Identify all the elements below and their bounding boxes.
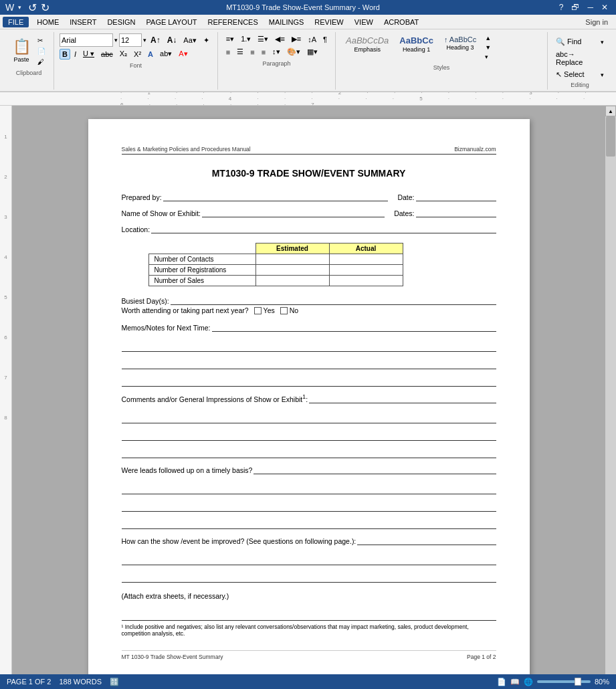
borders-btn[interactable]: ▦▾ [304, 46, 320, 58]
show-name-field[interactable] [202, 208, 385, 217]
view-read-btn[interactable]: 📖 [510, 678, 520, 686]
improve-field-inline[interactable] [357, 536, 496, 545]
font-grow-btn[interactable]: A↑ [148, 34, 163, 46]
acrobat-menu[interactable]: ACROBAT [379, 17, 424, 27]
italic-btn[interactable]: I [72, 49, 79, 60]
comments-line-3[interactable] [122, 445, 496, 458]
memos-line-1[interactable] [122, 338, 496, 352]
leads-line-1[interactable] [122, 481, 496, 494]
shading-btn[interactable]: 🎨▾ [284, 46, 303, 58]
bold-btn[interactable]: B [60, 49, 70, 60]
leads-section: Were leads followed up on a timely basis… [122, 465, 496, 529]
file-menu[interactable]: FILE [3, 17, 29, 27]
comments-line-2[interactable] [122, 427, 496, 441]
format-painter-btn[interactable]: 🖌 [35, 57, 48, 67]
help-btn[interactable]: ? [556, 3, 567, 12]
font-color-btn[interactable]: A▾ [176, 48, 190, 60]
no-label: No [290, 306, 298, 314]
select-btn[interactable]: ↖ Select▾ [553, 69, 607, 80]
contacts-estimated[interactable] [255, 254, 329, 265]
home-menu[interactable]: HOME [31, 17, 64, 27]
page-layout-menu[interactable]: PAGE LAYOUT [141, 17, 203, 27]
bullets-btn[interactable]: ≡▾ [223, 33, 237, 45]
review-menu[interactable]: REVIEW [309, 17, 348, 27]
comments-field-inline[interactable] [309, 394, 496, 403]
change-case-btn[interactable]: Aa▾ [181, 35, 199, 46]
line-spacing-btn[interactable]: ↕▾ [270, 46, 283, 58]
sales-estimated[interactable] [255, 276, 329, 286]
references-menu[interactable]: REFERENCES [203, 17, 264, 27]
font-name-input[interactable] [60, 33, 113, 47]
leads-line-3[interactable] [122, 516, 496, 529]
justify-btn[interactable]: ≡ [259, 47, 268, 58]
increase-indent-btn[interactable]: ▶≡ [289, 33, 304, 45]
styles-scroll-down[interactable]: ▼ [482, 43, 494, 52]
editing-section: 🔍 Find▾ abc→ Replace ↖ Select▾ Editing [548, 32, 612, 90]
leads-line-2[interactable] [122, 498, 496, 512]
sign-in-btn[interactable]: Sign in [580, 18, 613, 26]
memos-line-3[interactable] [122, 373, 496, 387]
heading1-style[interactable]: AaBbCc Heading 1 [395, 33, 438, 62]
improve-line-2[interactable] [122, 569, 496, 583]
mailings-menu[interactable]: MAILINGS [264, 17, 310, 27]
align-center-btn[interactable]: ☰ [234, 46, 246, 58]
memos-line-2[interactable] [122, 356, 496, 369]
sort-btn[interactable]: ↕A [305, 34, 319, 45]
prepared-by-field[interactable] [163, 192, 389, 201]
font-size-input[interactable] [119, 33, 142, 47]
scroll-thumb[interactable] [606, 116, 615, 157]
yes-checkbox[interactable] [254, 307, 262, 314]
superscript-btn[interactable]: X² [131, 49, 144, 60]
styles-more[interactable]: ▾ [482, 52, 494, 62]
decrease-indent-btn[interactable]: ◀≡ [272, 33, 287, 45]
subscript-btn[interactable]: X₂ [117, 48, 130, 60]
no-checkbox[interactable] [280, 307, 288, 314]
design-menu[interactable]: DESIGN [102, 17, 140, 27]
location-field[interactable] [151, 224, 496, 233]
comments-line-1[interactable] [122, 410, 496, 423]
dates-field[interactable] [416, 208, 496, 217]
styles-section: AaBbCcDa Emphasis AaBbCc Heading 1 ↑ AaB… [336, 32, 548, 90]
align-right-btn[interactable]: ≡ [247, 47, 257, 58]
highlight-btn[interactable]: ab▾ [157, 48, 175, 60]
sales-actual[interactable] [329, 276, 403, 286]
registrations-actual[interactable] [329, 265, 403, 276]
show-marks-btn[interactable]: ¶ [320, 34, 330, 45]
heading3-style[interactable]: ↑ AaBbCc Heading 3 [439, 33, 481, 62]
comments-row: Comments and/or General Impressions of S… [122, 393, 496, 403]
date-field[interactable] [416, 192, 496, 201]
view-web-btn[interactable]: 🌐 [524, 678, 533, 686]
find-btn[interactable]: 🔍 Find▾ [553, 36, 607, 47]
numbering-btn[interactable]: 1.▾ [238, 33, 253, 45]
emphasis-style[interactable]: AaBbCcDa Emphasis [341, 33, 393, 62]
insert-menu[interactable]: INSERT [64, 17, 102, 27]
replace-btn[interactable]: abc→ Replace [553, 49, 607, 68]
scroll-up-btn[interactable]: ▲ [605, 106, 616, 116]
contacts-actual[interactable] [329, 254, 403, 265]
view-print-btn[interactable]: 📄 [497, 678, 506, 686]
align-left-btn[interactable]: ≡ [223, 47, 233, 58]
cut-btn[interactable]: ✂ [35, 35, 48, 45]
improve-line-1[interactable] [122, 552, 496, 565]
close-btn[interactable]: ✕ [599, 3, 611, 12]
text-effect-btn[interactable]: A [145, 49, 156, 60]
view-menu[interactable]: VIEW [349, 17, 379, 27]
clear-format-btn[interactable]: ✦ [201, 35, 212, 46]
registrations-estimated[interactable] [255, 265, 329, 276]
memos-field-inline[interactable] [212, 322, 496, 332]
zoom-slider[interactable] [537, 680, 591, 683]
document-area: Sales & Marketing Policies and Procedure… [12, 106, 605, 688]
leads-field-inline[interactable] [253, 465, 496, 474]
restore-btn[interactable]: 🗗 [569, 3, 582, 12]
underline-btn[interactable]: U ▾ [80, 48, 97, 60]
multilevel-btn[interactable]: ☰▾ [255, 33, 271, 45]
copy-btn[interactable]: 📄 [35, 46, 48, 56]
busiest-days-field[interactable] [171, 296, 496, 305]
dates-label: Dates: [394, 209, 414, 217]
strikethrough-btn[interactable]: abc [98, 49, 116, 60]
minimize-btn[interactable]: ─ [585, 3, 596, 12]
yes-label: Yes [264, 306, 275, 314]
paste-btn[interactable]: 📋 Paste [9, 33, 33, 67]
font-shrink-btn[interactable]: A↓ [165, 34, 180, 46]
styles-scroll-up[interactable]: ▲ [482, 33, 494, 43]
